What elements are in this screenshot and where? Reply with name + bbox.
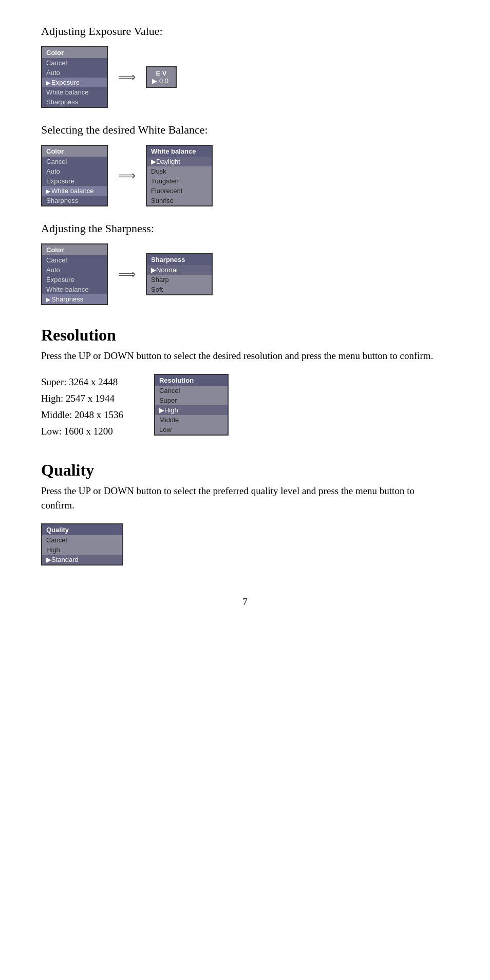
wb-menu-auto: Auto: [42, 166, 107, 176]
resolution-info: Super: 3264 x 2448 High: 2547 x 1944 Mid…: [41, 374, 449, 440]
resolution-list: Super: 3264 x 2448 High: 2547 x 1944 Mid…: [41, 374, 123, 440]
sharpness-menu-sharpness: ▶Sharpness: [42, 294, 107, 304]
sharpness-submenu-sharp: Sharp: [147, 275, 212, 285]
sharpness-heading: Adjusting the Sharpness:: [41, 222, 449, 235]
sharpness-arrow-icon: ⟹: [118, 267, 136, 281]
ev-box: E V ▶ 0.0: [146, 66, 177, 88]
q-menu-title: Quality: [42, 524, 122, 535]
exposure-color-menu: Color Cancel Auto ▶Exposure White balanc…: [41, 46, 108, 108]
sharpness-menu-cancel: Cancel: [42, 255, 107, 265]
res-low: Low: 1600 x 1200: [41, 423, 123, 440]
quality-body: Press the UP or DOWN button to select th…: [41, 484, 449, 513]
ev-number: 0.0: [159, 77, 168, 85]
q-menu-standard: ▶Standard: [42, 555, 122, 564]
exposure-menu-cancel: Cancel: [42, 58, 107, 68]
ev-value: ▶ 0.0: [152, 77, 171, 85]
exposure-menu-wb: White balance: [42, 87, 107, 97]
resolution-heading: Resolution: [41, 326, 449, 345]
wb-submenu-fluorecent: Fluorecent: [147, 186, 212, 196]
wb-submenu-title: White balance: [147, 146, 212, 157]
wb-submenu-tungsten: Tungsten: [147, 176, 212, 186]
sharpness-diagram: Color Cancel Auto Exposure White balance…: [41, 243, 449, 305]
res-menu-middle: Middle: [155, 415, 228, 425]
wb-submenu-sunrise: Sunrise: [147, 196, 212, 205]
exposure-menu-sharpness: Sharpness: [42, 97, 107, 107]
exposure-diagram: Color Cancel Auto ▶Exposure White balanc…: [41, 46, 449, 108]
sharpness-menu-auto: Auto: [42, 265, 107, 275]
sharpness-color-menu: Color Cancel Auto Exposure White balance…: [41, 243, 108, 305]
res-menu-cancel: Cancel: [155, 386, 228, 395]
sharpness-menu-title: Color: [42, 244, 107, 255]
resolution-body: Press the UP or DOWN button to select th…: [41, 349, 449, 364]
res-super: Super: 3264 x 2448: [41, 374, 123, 390]
exposure-menu-title: Color: [42, 47, 107, 58]
ev-arrow: ▶: [152, 77, 157, 85]
res-high: High: 2547 x 1944: [41, 390, 123, 407]
wb-diagram: Color Cancel Auto Exposure ▶White balanc…: [41, 145, 449, 206]
res-menu-super: Super: [155, 395, 228, 405]
res-menu-low: Low: [155, 425, 228, 435]
wb-menu-cancel: Cancel: [42, 157, 107, 166]
res-middle: Middle: 2048 x 1536: [41, 407, 123, 423]
wb-submenu-dusk: Dusk: [147, 166, 212, 176]
wb-submenu-daylight: ▶Daylight: [147, 157, 212, 166]
quality-diagram: Quality Cancel High ▶Standard: [41, 523, 449, 566]
wb-submenu: White balance ▶Daylight Dusk Tungsten Fl…: [146, 145, 213, 206]
resolution-menu: Resolution Cancel Super ▶High Middle Low: [154, 374, 229, 436]
wb-menu-title: Color: [42, 146, 107, 157]
wb-heading: Selecting the desired White Balance:: [41, 123, 449, 137]
wb-color-menu: Color Cancel Auto Exposure ▶White balanc…: [41, 145, 108, 206]
sharpness-menu-exposure: Exposure: [42, 275, 107, 285]
sharpness-submenu-normal: ▶Normal: [147, 265, 212, 275]
sharpness-submenu: Sharpness ▶Normal Sharp Soft: [146, 253, 213, 295]
ev-title: E V: [152, 69, 171, 77]
wb-menu-sharpness: Sharpness: [42, 196, 107, 205]
sharpness-submenu-soft: Soft: [147, 285, 212, 294]
sharpness-submenu-title: Sharpness: [147, 254, 212, 265]
q-menu-cancel: Cancel: [42, 535, 122, 545]
wb-arrow-icon: ⟹: [118, 168, 136, 183]
wb-menu-exposure: Exposure: [42, 176, 107, 186]
q-menu-high: High: [42, 545, 122, 555]
exposure-menu-auto: Auto: [42, 68, 107, 78]
arrow-icon: ⟹: [118, 70, 136, 84]
quality-menu: Quality Cancel High ▶Standard: [41, 523, 123, 566]
wb-menu-wb: ▶White balance: [42, 186, 107, 196]
exposure-menu-exposure: ▶Exposure: [42, 78, 107, 87]
res-menu-high: ▶High: [155, 405, 228, 415]
exposure-heading: Adjusting Exposure Value:: [41, 25, 449, 38]
page-number: 7: [41, 596, 449, 608]
res-menu-title: Resolution: [155, 375, 228, 386]
sharpness-menu-wb: White balance: [42, 285, 107, 294]
quality-heading: Quality: [41, 461, 449, 480]
